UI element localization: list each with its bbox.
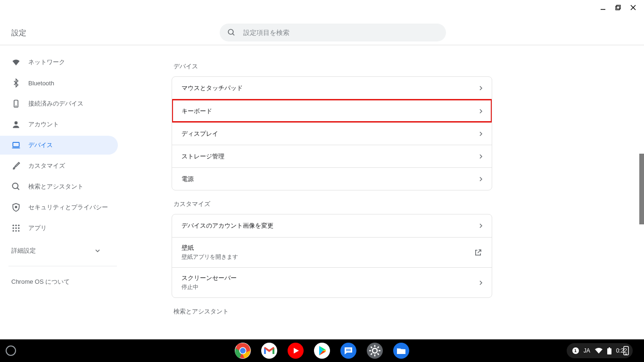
shelf-app-gmail[interactable] [261,342,278,359]
svg-rect-10 [13,142,19,147]
search-input[interactable] [243,29,438,36]
svg-point-9 [15,121,18,124]
chevron-right-icon [479,280,482,285]
settings-row[interactable]: スクリーンセーバー停止中 [172,267,492,297]
svg-point-19 [15,227,17,229]
sidebar-item-label: カスタマイズ [28,162,65,170]
shelf-app-youtube[interactable] [287,342,304,359]
settings-row[interactable]: キーボード [172,99,492,122]
wifi-icon [11,58,21,67]
chevron-down-icon [95,249,100,252]
shelf-app-play[interactable] [314,342,330,359]
main-content: デバイスマウスとタッチパッドキーボードディスプレイストレージ管理電源カスタマイズ… [123,45,644,339]
sidebar-item-label: Bluetooth [28,80,54,87]
chevron-right-icon [479,132,482,136]
sidebar-advanced-label: 詳細設定 [11,247,36,255]
chevron-right-icon [479,109,482,114]
svg-point-27 [240,348,246,354]
svg-line-6 [232,33,234,35]
devices-icon [11,99,21,108]
row-label: スクリーンセーバー [182,274,237,282]
status-tray[interactable]: 1 JA 0:22 [567,343,633,358]
settings-row[interactable]: ストレージ管理 [172,145,492,167]
battery-status-icon [607,347,611,354]
sidebar-item-label: セキュリティとプライバシー [28,203,108,212]
svg-point-23 [18,230,19,231]
shelf-app-chrome[interactable] [234,342,251,359]
row-label: キーボード [182,107,212,115]
svg-rect-47 [607,348,611,354]
sidebar: ネットワークBluetooth接続済みのデバイスアカウントデバイスカスタマイズ検… [0,45,123,339]
wifi-status-icon [595,348,603,354]
sidebar-item-label: ネットワーク [28,58,65,66]
svg-point-18 [13,227,14,229]
row-sublabel: 壁紙アプリを開きます [182,253,238,261]
section-title: デバイス [173,62,492,71]
sidebar-item-laptop[interactable]: デバイス [0,136,118,155]
svg-point-21 [13,230,14,231]
bluetooth-icon [11,78,21,88]
settings-row[interactable]: 電源 [172,167,492,190]
svg-point-5 [228,29,233,34]
shield-icon [11,203,21,212]
chevron-right-icon [479,177,482,181]
svg-line-13 [17,188,19,190]
shelf-app-settings[interactable] [366,342,383,359]
chevron-right-icon [479,86,482,90]
laptop-icon [11,140,21,150]
row-label: 壁紙 [182,244,238,252]
sidebar-item-bluetooth[interactable]: Bluetooth [0,74,118,92]
shelf-app-files[interactable] [393,342,410,359]
section-title: 検索とアシスタント [173,307,492,316]
chevron-right-icon [479,154,482,159]
settings-header: 設定 [0,0,644,45]
settings-row[interactable]: マウスとタッチパッド [172,77,492,99]
settings-row[interactable]: ディスプレイ [172,122,492,145]
search-container[interactable] [220,24,446,41]
shelf: 1 JA 0:22 [0,339,644,362]
sidebar-item-wifi[interactable]: ネットワーク [0,53,118,72]
shelf-app-messages[interactable] [340,342,357,359]
svg-point-17 [18,225,19,226]
sidebar-item-label: デバイス [28,141,53,149]
svg-point-12 [13,183,18,189]
sidebar-item-person[interactable]: アカウント [0,115,118,134]
settings-row[interactable]: 壁紙壁紙アプリを開きます [172,237,492,267]
svg-point-16 [15,225,17,226]
sidebar-item-label: 接続済みのデバイス [28,99,83,108]
search-icon [227,28,236,37]
sidebar-item-label: アカウント [28,120,59,129]
sidebar-item-apps[interactable]: アプリ [0,219,118,238]
ime-count-badge: 1 [572,347,579,354]
apps-icon [11,223,21,233]
settings-card: デバイスのアカウント画像を変更壁紙壁紙アプリを開きますスクリーンセーバー停止中 [172,214,492,298]
page-title: 設定 [11,28,26,38]
sidebar-about[interactable]: Chrome OS について [0,272,123,292]
settings-row[interactable]: デバイスのアカウント画像を変更 [172,214,492,237]
sidebar-item-label: 検索とアシスタント [28,182,83,191]
sidebar-advanced[interactable]: 詳細設定 [0,241,123,260]
sidebar-item-devices[interactable]: 接続済みのデバイス [0,94,118,113]
clock: 0:22 [616,347,627,354]
row-sublabel: 停止中 [182,283,237,291]
launcher-button[interactable] [6,346,16,356]
svg-point-20 [18,227,19,229]
sidebar-item-search[interactable]: 検索とアシスタント [0,177,118,196]
svg-point-14 [15,206,17,208]
sidebar-item-label: アプリ [28,224,47,232]
svg-rect-48 [609,347,610,348]
sidebar-item-shield[interactable]: セキュリティとプライバシー [0,198,118,217]
brush-icon [11,161,21,171]
svg-point-22 [15,230,17,231]
external-link-icon [474,248,482,257]
row-label: ストレージ管理 [182,152,224,161]
section-title: カスタマイズ [173,200,492,208]
sidebar-item-brush[interactable]: カスタマイズ [0,156,118,175]
chevron-right-icon [479,223,482,228]
ime-lang: JA [584,347,590,354]
row-label: マウスとタッチパッド [182,84,243,92]
row-label: デバイスのアカウント画像を変更 [182,222,273,230]
row-label: 電源 [182,175,194,183]
scrollbar-thumb[interactable] [639,154,644,224]
search-icon [11,182,21,191]
